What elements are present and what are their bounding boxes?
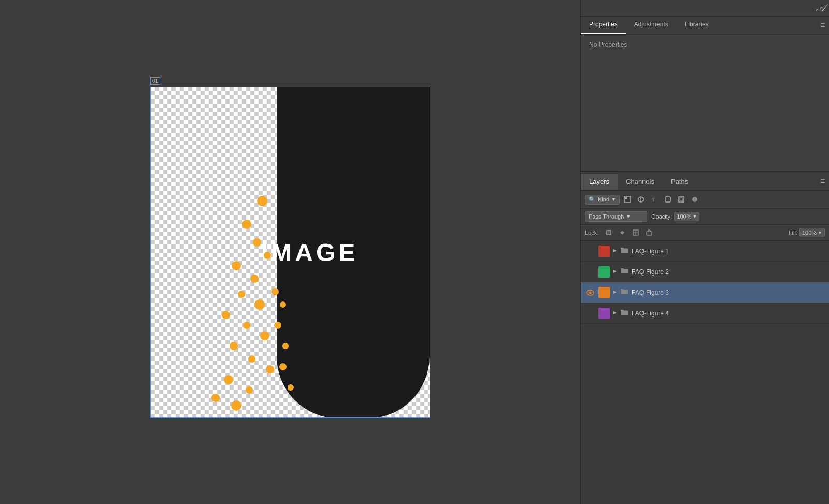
canvas-frame: IMAGE <box>150 87 430 418</box>
layer-visibility-toggle[interactable] <box>585 308 595 319</box>
orange-dot <box>257 196 267 206</box>
blend-chevron-icon: ▼ <box>626 214 631 219</box>
layer-name-text: FAQ-Figure 3 <box>632 289 825 296</box>
orange-dot <box>264 252 271 259</box>
layer-item[interactable]: FAQ-Figure 3 <box>581 282 829 303</box>
tab-libraries[interactable]: Libraries <box>677 17 717 34</box>
orange-dot <box>243 322 250 329</box>
opacity-value-field[interactable]: 100% ▼ <box>674 212 699 221</box>
fill-label: Fill: <box>789 229 797 236</box>
tab-channels[interactable]: Channels <box>618 174 663 190</box>
orange-dot <box>248 355 255 363</box>
layer-color-indicator <box>598 266 610 278</box>
layer-filter-toolbar: 🔍 Kind ▼ T <box>581 191 829 209</box>
orange-dot <box>280 301 286 308</box>
orange-dot <box>246 386 253 394</box>
orange-dot <box>230 342 238 350</box>
opacity-value-text: 100% <box>677 213 691 220</box>
svg-rect-14 <box>647 232 652 235</box>
layers-panel: Layers Channels Paths ≡ 🔍 Kind ▼ T <box>581 172 829 504</box>
filter-smart-icon[interactable] <box>676 194 687 205</box>
tab-properties[interactable]: Properties <box>581 17 626 34</box>
layer-visibility-toggle[interactable] <box>585 246 595 256</box>
fill-value-field[interactable]: 100% ▼ <box>799 228 825 237</box>
svg-point-17 <box>587 269 594 275</box>
canvas-label: 01 <box>150 77 160 85</box>
orange-dot <box>253 238 261 247</box>
svg-text:T: T <box>652 197 655 203</box>
fill-chevron-icon: ▼ <box>818 230 822 235</box>
layer-color-indicator <box>598 246 610 257</box>
top-bar: 𝒜 <box>581 0 829 17</box>
orange-dot <box>232 261 241 270</box>
opacity-control: Opacity: 100% ▼ <box>651 212 699 221</box>
svg-marker-23 <box>613 311 617 314</box>
properties-panel: Properties Adjustments Libraries ≡ No Pr… <box>581 17 829 172</box>
orange-dot <box>271 288 279 295</box>
orange-dot <box>211 394 220 402</box>
svg-rect-10 <box>607 231 610 234</box>
right-panel: 𝒜 Properties Adjustments Libraries ≡ No … <box>580 0 829 504</box>
opacity-label: Opacity: <box>651 213 672 220</box>
svg-point-8 <box>692 197 697 202</box>
filter-adjustment-icon[interactable] <box>635 194 647 205</box>
no-properties-text: No Properties <box>581 35 829 54</box>
svg-rect-5 <box>665 197 670 202</box>
svg-rect-7 <box>680 198 683 201</box>
filter-type-icon[interactable]: T <box>649 194 660 205</box>
lock-pixels-icon[interactable] <box>604 227 614 238</box>
layer-expand-icon[interactable] <box>613 269 617 275</box>
layer-folder-icon <box>620 247 628 255</box>
lock-transform-icon[interactable] <box>631 227 641 238</box>
layer-expand-icon[interactable] <box>613 249 617 254</box>
svg-marker-16 <box>613 249 617 252</box>
filter-toggle-icon[interactable] <box>689 194 701 205</box>
blend-mode-dropdown[interactable]: Pass Through ▼ <box>585 211 647 222</box>
orange-dot <box>260 331 269 340</box>
layer-color-indicator <box>598 287 610 298</box>
orange-dot <box>266 365 274 373</box>
layer-item[interactable]: FAQ-Figure 1 <box>581 241 829 262</box>
tab-adjustments[interactable]: Adjustments <box>626 17 677 34</box>
tab-paths[interactable]: Paths <box>663 174 696 190</box>
svg-rect-0 <box>624 196 631 203</box>
lock-artboard-icon[interactable] <box>644 227 654 238</box>
lock-position-icon[interactable] <box>617 227 627 238</box>
orange-dot <box>238 291 245 298</box>
svg-point-20 <box>589 291 592 294</box>
layer-folder-icon <box>620 309 628 318</box>
canvas-image-text: IMAGE <box>261 238 358 266</box>
kind-filter-dropdown[interactable]: 🔍 Kind ▼ <box>585 195 620 205</box>
lock-label: Lock: <box>585 229 598 236</box>
layer-list: FAQ-Figure 1FAQ-Figure 2FAQ-Figure 3FAQ-… <box>581 241 829 504</box>
layer-lock-row: Lock: Fill: 100% ▼ <box>581 225 829 241</box>
svg-point-15 <box>587 249 594 254</box>
layers-menu-icon[interactable]: ≡ <box>816 172 829 190</box>
layer-name-text: FAQ-Figure 1 <box>632 248 825 255</box>
blend-mode-value: Pass Through <box>589 213 624 220</box>
layer-expand-icon[interactable] <box>613 290 617 295</box>
fill-control: Fill: 100% ▼ <box>789 228 825 237</box>
orange-dot <box>250 275 259 283</box>
fill-value-text: 100% <box>802 229 817 236</box>
properties-tabs: Properties Adjustments Libraries ≡ <box>581 17 829 35</box>
layer-folder-icon <box>620 267 628 276</box>
layer-item[interactable]: FAQ-Figure 2 <box>581 262 829 282</box>
orange-dot <box>288 384 294 391</box>
filter-shape-icon[interactable] <box>662 194 674 205</box>
layer-item[interactable]: FAQ-Figure 4 <box>581 303 829 324</box>
layer-expand-icon[interactable] <box>613 311 617 316</box>
layer-visibility-toggle[interactable] <box>585 267 595 277</box>
layer-visibility-toggle[interactable] <box>585 287 595 298</box>
tab-layers[interactable]: Layers <box>581 174 618 190</box>
canvas-area: 01 IMAGE <box>0 0 580 504</box>
filter-pixel-icon[interactable] <box>622 194 633 205</box>
orange-dot <box>279 363 287 370</box>
layer-folder-icon <box>620 288 628 297</box>
properties-menu-icon[interactable]: ≡ <box>816 17 829 34</box>
layer-blend-opacity-row: Pass Through ▼ Opacity: 100% ▼ <box>581 209 829 225</box>
kind-chevron-icon: ▼ <box>611 197 616 202</box>
kind-label: Kind <box>598 196 609 203</box>
svg-marker-18 <box>613 270 617 273</box>
svg-marker-21 <box>613 291 617 294</box>
